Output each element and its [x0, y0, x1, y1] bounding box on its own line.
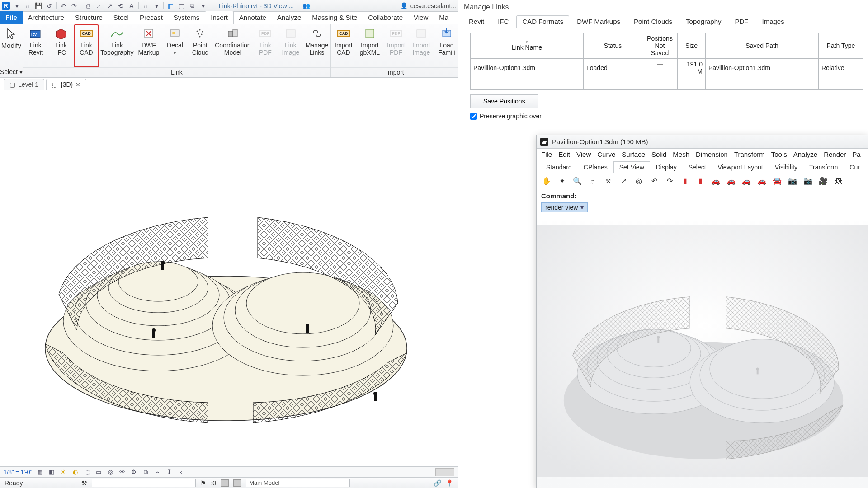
set-back-view-icon[interactable]: 🚗	[755, 175, 768, 188]
tab-analyze[interactable]: Analyze	[272, 11, 307, 24]
set-bottom-view-icon[interactable]: ▮	[694, 175, 707, 188]
redo-icon[interactable]: ↷	[70, 2, 78, 10]
rtab-cplanes[interactable]: CPlanes	[578, 161, 613, 173]
menu-curve[interactable]: Curve	[597, 150, 615, 158]
reveal-hidden-icon[interactable]: ⚙	[130, 468, 138, 476]
reveal-constraints-icon[interactable]: ‹	[177, 468, 185, 476]
select-pinned-icon[interactable]: 📍	[446, 479, 453, 487]
zoom-window-icon[interactable]: ⌕	[586, 175, 599, 188]
menu-surface[interactable]: Surface	[622, 150, 645, 158]
link-topography-button[interactable]: LinkTopography	[99, 24, 135, 67]
col-positions[interactable]: Positions Not Saved	[642, 33, 678, 59]
select-links-icon[interactable]: 🔗	[434, 479, 441, 487]
rtab-viewport-layout[interactable]: Viewport Layout	[712, 161, 769, 173]
menu-panels[interactable]: Pa	[852, 150, 860, 158]
temporary-hide-icon[interactable]: 👁	[118, 468, 126, 476]
col-saved-path[interactable]: Saved Path	[706, 33, 819, 59]
close-hidden-icon[interactable]: ▢	[177, 2, 185, 10]
redo-view-icon[interactable]: ↷	[663, 175, 676, 188]
menu-transform[interactable]: Transform	[734, 150, 765, 158]
default3d-icon[interactable]: ⌂	[142, 2, 150, 10]
set-front-view-icon[interactable]: 🚗	[709, 175, 722, 188]
menu-mesh[interactable]: Mesh	[673, 150, 689, 158]
table-row[interactable]: Pavillion-Option1.3dm Loaded 191.0 M Pav…	[471, 59, 863, 77]
editable-only-icon[interactable]: ⚑	[200, 479, 206, 487]
undo-view-icon[interactable]: ↶	[648, 175, 660, 188]
select-dropdown[interactable]: Select▾	[0, 68, 23, 75]
view-tab-3d[interactable]: ⬚ {3D} ✕	[46, 79, 86, 90]
preserve-overrides-checkbox[interactable]: Preserve graphic over	[458, 113, 868, 125]
pan-icon[interactable]: ✋	[540, 175, 553, 188]
tab-architecture[interactable]: Architecture	[23, 11, 70, 24]
workset-icon[interactable]: ⚒	[81, 479, 87, 487]
rhino-titlebar[interactable]: Pavillion-Option1.3dm (190 MB)	[537, 135, 868, 149]
tab-view[interactable]: View	[408, 11, 434, 24]
dwf-markup-button[interactable]: DWFMarkup	[135, 24, 162, 67]
save-positions-button[interactable]: Save Positions	[470, 94, 538, 108]
cell-saved-path[interactable]: Pavillion-Option1.3dm	[706, 59, 819, 77]
dlg-tab-cad-formats[interactable]: CAD Formats	[516, 15, 569, 28]
link-ifc-button[interactable]: LinkIFC	[48, 24, 74, 67]
design-options-icon2[interactable]	[233, 479, 241, 487]
undo-icon[interactable]: ↶	[59, 2, 67, 10]
view-tab-level1[interactable]: ▢ Level 1	[4, 79, 44, 90]
zoom-dynamic-icon[interactable]: 🔍	[571, 175, 584, 188]
tab-annotate[interactable]: Annotate	[234, 11, 272, 24]
import-cad-button[interactable]: CAD ImportCAD	[331, 24, 356, 67]
tab-insert[interactable]: Insert	[205, 11, 234, 24]
rotate-view-icon[interactable]: ✦	[556, 175, 568, 188]
rtab-select[interactable]: Select	[683, 161, 712, 173]
set-top-view-icon[interactable]: ▮	[679, 175, 691, 188]
menu-dimension[interactable]: Dimension	[696, 150, 728, 158]
col-path-type[interactable]: Path Type	[819, 33, 863, 59]
model-canvas[interactable]	[0, 90, 458, 466]
view-scrollbar[interactable]	[435, 468, 454, 476]
sync-icon[interactable]: ↺	[45, 2, 53, 10]
dlg-tab-topography[interactable]: Topography	[680, 15, 727, 28]
user-area[interactable]: 👤 cesar.escalant...	[400, 2, 456, 9]
coordination-model-button[interactable]: CoordinationModel	[213, 24, 253, 67]
dlg-tab-pdf[interactable]: PDF	[729, 15, 755, 28]
thinlines-icon[interactable]: ▦	[166, 2, 175, 10]
menu-edit[interactable]: Edit	[558, 150, 570, 158]
align-icon[interactable]: ↗	[106, 2, 114, 10]
named-view-icon[interactable]: 📷	[802, 175, 814, 188]
set-left-view-icon[interactable]: 🚗	[740, 175, 753, 188]
point-cloud-button[interactable]: PointCloud	[188, 24, 213, 67]
rtab-transform[interactable]: Transform	[803, 161, 844, 173]
dimension-icon[interactable]: ⟲	[117, 2, 125, 10]
links-table[interactable]: ▾Link Name Status Positions Not Saved Si…	[470, 33, 863, 90]
set-right-view-icon[interactable]: 🚗	[725, 175, 737, 188]
dlg-tab-point-clouds[interactable]: Point Clouds	[628, 15, 678, 28]
rtab-visibility[interactable]: Visibility	[769, 161, 803, 173]
tab-systems[interactable]: Systems	[168, 11, 205, 24]
menu-tools[interactable]: Tools	[771, 150, 787, 158]
qat-menu-icon[interactable]: ▾	[13, 2, 21, 10]
menu-solid[interactable]: Solid	[651, 150, 666, 158]
load-family-button[interactable]: LoadFamili	[434, 24, 459, 67]
tab-collaborate[interactable]: Collaborate	[363, 11, 408, 24]
text-icon[interactable]: A	[127, 2, 136, 10]
modify-label[interactable]: Modify	[1, 42, 21, 49]
design-options-icon[interactable]	[221, 479, 229, 487]
view-scale[interactable]: 1/8" = 1'-0"	[4, 469, 32, 475]
dlg-tab-ifc[interactable]: IFC	[492, 15, 514, 28]
print-icon[interactable]: ⎙	[84, 2, 92, 10]
preserve-overrides-input[interactable]	[470, 113, 477, 120]
tab-steel[interactable]: Steel	[108, 11, 134, 24]
rhino-viewport[interactable]	[537, 214, 868, 488]
tab-file[interactable]: File	[0, 11, 23, 24]
open-icon[interactable]: ⌂	[24, 2, 32, 10]
rtab-display[interactable]: Display	[650, 161, 683, 173]
rtab-set-view[interactable]: Set View	[613, 161, 650, 173]
section-icon[interactable]: ▾	[152, 2, 160, 10]
detail-level-icon[interactable]: ▦	[36, 468, 44, 476]
col-link-name[interactable]: ▾Link Name	[471, 33, 584, 59]
import-gbxml-button[interactable]: ImportgbXML	[356, 24, 383, 67]
chevron-down-icon[interactable]: ▾	[580, 204, 584, 211]
zoom-selected-icon[interactable]: ⤢	[617, 175, 630, 188]
set-perspective-view-icon[interactable]: 🚘	[771, 175, 783, 188]
menu-render[interactable]: Render	[824, 150, 846, 158]
worksharing-icon[interactable]: ⧉	[142, 468, 150, 476]
zoom-target-icon[interactable]: ◎	[632, 175, 645, 188]
